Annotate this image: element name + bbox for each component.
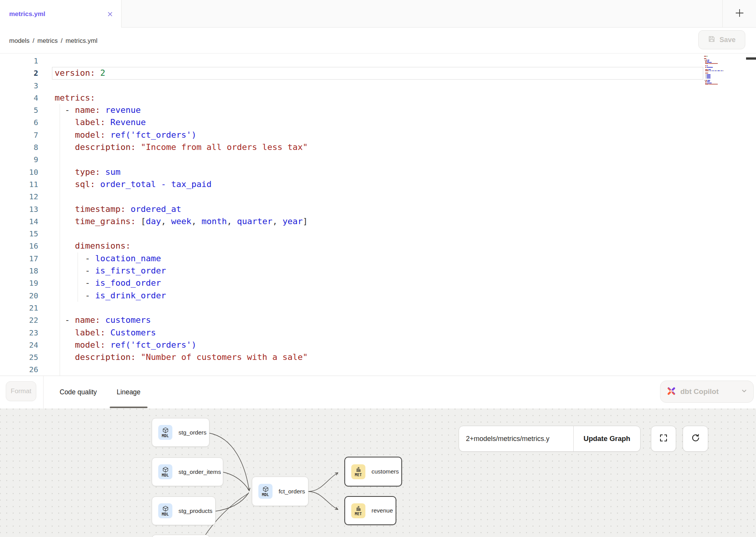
minimap-line	[704, 80, 725, 81]
line-number: 25	[0, 351, 38, 363]
metric-badge: MET	[351, 464, 365, 479]
code-line[interactable]: 11 sql: order_total - tax_paid	[0, 178, 756, 190]
breadcrumb-segment[interactable]: metrics	[37, 37, 58, 44]
breadcrumb-segment[interactable]: models	[9, 37, 29, 44]
line-number: 5	[0, 104, 38, 116]
bar-chart-icon	[355, 505, 362, 511]
line-number: 11	[0, 178, 38, 190]
indent-guide	[60, 302, 60, 314]
code-line[interactable]: 1	[0, 55, 756, 67]
minimap-line	[704, 55, 725, 55]
minimap-line	[704, 67, 725, 68]
line-number: 24	[0, 339, 38, 351]
tab-label: metrics.yml	[9, 10, 106, 18]
code-text: description: "Income from all orders les…	[55, 141, 308, 153]
lineage-node-stg_order_items[interactable]: MDLstg_order_items	[152, 457, 223, 486]
code-line[interactable]: 19 - is_food_order	[0, 277, 756, 289]
code-line[interactable]: 4metrics:	[0, 92, 756, 104]
panel-tabs: Code qualityLineage	[50, 376, 151, 408]
save-button[interactable]: Save	[698, 30, 745, 49]
minimap-line	[704, 83, 725, 83]
code-line[interactable]: 18 - is_first_order	[0, 265, 756, 277]
code-line[interactable]: 8 description: "Income from all orders l…	[0, 141, 756, 153]
new-tab-button[interactable]	[722, 0, 756, 28]
badge-type-label: MDL	[162, 434, 169, 438]
minimap-line	[704, 75, 725, 76]
code-line[interactable]: 23 label: Customers	[0, 327, 756, 339]
update-graph-button[interactable]: Update Graph	[573, 426, 640, 451]
node-label: stg_products	[178, 508, 213, 514]
close-icon[interactable]	[106, 10, 114, 18]
fullscreen-button[interactable]	[651, 426, 676, 452]
badge-type-label: MDL	[162, 473, 169, 477]
code-line[interactable]: 10 type: sum	[0, 166, 756, 178]
code-text: model: ref('fct_orders')	[55, 339, 196, 351]
code-line[interactable]: 3	[0, 80, 756, 92]
line-number: 22	[0, 314, 38, 326]
minimap[interactable]	[704, 55, 725, 86]
lineage-node-revenue[interactable]: METrevenue	[344, 496, 396, 525]
minimap-line	[704, 84, 725, 85]
node-label: stg_order_items	[178, 469, 221, 475]
code-line[interactable]: 15	[0, 228, 756, 240]
lineage-canvas[interactable]: MDLstg_ordersMDLstg_order_itemsMDLstg_pr…	[0, 408, 756, 537]
code-line[interactable]: 12	[0, 190, 756, 203]
minimap-line	[704, 61, 725, 62]
code-line[interactable]: 17 - location_name	[0, 252, 756, 265]
lineage-node-stg_partial[interactable]: MDL	[152, 535, 210, 537]
lineage-node-stg_orders[interactable]: MDLstg_orders	[152, 418, 209, 447]
indent-guide	[60, 228, 60, 240]
code-line[interactable]: 24 model: ref('fct_orders')	[0, 339, 756, 351]
cube-icon	[162, 506, 169, 512]
code-line[interactable]: 21	[0, 302, 756, 314]
code-line[interactable]: 6 label: Revenue	[0, 116, 756, 129]
lineage-node-stg_products[interactable]: MDLstg_products	[152, 496, 216, 525]
code-text: - name: customers	[55, 314, 151, 326]
line-number: 6	[0, 116, 38, 129]
code-line[interactable]: 2version: 2	[0, 67, 756, 79]
line-number: 3	[0, 80, 38, 92]
code-line[interactable]: 7 model: ref('fct_orders')	[0, 129, 756, 141]
save-label: Save	[719, 36, 735, 44]
lineage-selector-input[interactable]	[459, 426, 573, 451]
tab-metrics-yml[interactable]: metrics.yml	[0, 0, 122, 28]
minimap-line	[704, 70, 725, 71]
code-line[interactable]: 25 description: "Number of customers wit…	[0, 351, 756, 363]
minimap-line	[704, 65, 725, 66]
toolbar-divider	[43, 376, 44, 408]
code-line[interactable]: 26	[0, 363, 756, 376]
panel-tab-label: Code quality	[60, 388, 97, 396]
minimap-line	[704, 58, 725, 59]
panel-tab-lineage[interactable]: Lineage	[107, 376, 150, 408]
code-text: timestamp: ordered_at	[55, 203, 181, 215]
line-number: 19	[0, 277, 38, 289]
code-line[interactable]: 5 - name: revenue	[0, 104, 756, 116]
minimap-line	[704, 85, 725, 86]
refresh-button[interactable]	[683, 426, 708, 452]
metric-badge: MET	[351, 503, 365, 518]
code-text: dimensions:	[55, 240, 131, 252]
code-editor[interactable]: 12version: 234metrics:5 - name: revenue6…	[0, 54, 756, 376]
line-number: 20	[0, 290, 38, 302]
code-line[interactable]: 20 - is_drink_order	[0, 290, 756, 302]
model-badge: MDL	[258, 484, 273, 499]
code-line[interactable]: 9	[0, 153, 756, 166]
dbt-copilot-button[interactable]: dbt Copilot	[660, 381, 754, 403]
plus-icon	[734, 8, 745, 20]
code-line[interactable]: 22 - name: customers	[0, 314, 756, 326]
bar-chart-icon	[355, 466, 362, 472]
code-text: - is_food_order	[55, 277, 161, 289]
refresh-icon	[691, 433, 700, 444]
code-line[interactable]: 16 dimensions:	[0, 240, 756, 252]
breadcrumb-segment[interactable]: metrics.yml	[66, 37, 97, 44]
panel-tab-code-quality[interactable]: Code quality	[50, 376, 107, 408]
code-line[interactable]: 13 timestamp: ordered_at	[0, 203, 756, 215]
code-line[interactable]: 14 time_grains: [day, week, month, quart…	[0, 215, 756, 228]
line-number: 1	[0, 55, 38, 67]
dbt-copilot-icon	[667, 386, 676, 397]
lineage-node-fct_orders[interactable]: MDLfct_orders	[252, 477, 308, 506]
lineage-node-customers[interactable]: METcustomers	[344, 457, 402, 487]
code-text: metrics:	[55, 92, 95, 104]
format-button[interactable]: Format	[6, 381, 36, 401]
indent-guide	[60, 190, 60, 203]
